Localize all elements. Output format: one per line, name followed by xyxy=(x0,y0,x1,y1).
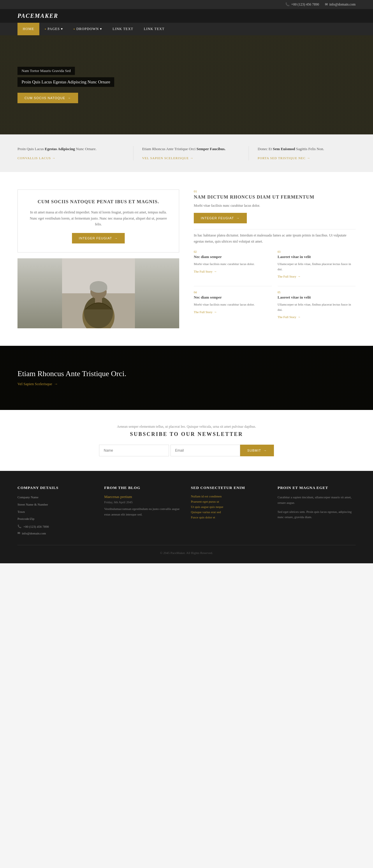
feature-link-2[interactable]: VEL SAPIEN SCELERISQUE → xyxy=(142,156,194,160)
site-logo[interactable]: PaceMaker xyxy=(18,12,58,19)
mini-features-grid: 02 Nec diam semper Morbi vitae facilisis… xyxy=(194,250,355,319)
footer-link-5[interactable]: Fusce quis dolor et xyxy=(191,516,269,519)
newsletter-name-input[interactable] xyxy=(99,445,169,456)
feature-item-3: Donec Et Sem Euismod Sagittis Felis Non.… xyxy=(248,146,355,160)
footer-postcode: Postcode/Zip xyxy=(18,516,96,522)
mini-feature-03: 03 Laoreet vitae in velit Ullamcorper ut… xyxy=(278,250,356,279)
feature-item-1: Proin Quis Lacus Egestas Adipiscing Nunc… xyxy=(18,146,125,160)
email-info: ✉ info@domain.com xyxy=(325,2,355,7)
parallax-title: Etiam Rhoncus Ante Tristique Orci. xyxy=(18,369,126,378)
email-icon: ✉ xyxy=(325,2,328,7)
footer-address-line1: Street Name & Number xyxy=(18,502,96,507)
hero-content: Nam Tortor Mauris Gravida Sed Proin Quis… xyxy=(18,67,163,103)
arrow-icon: → xyxy=(114,237,118,240)
footer-bottom: © 2045 PaceMaker. All Rights Reserved. xyxy=(18,545,355,555)
feature-heading-01: NAM DICTUM RHONCUS DIAM UT FERMENTUM xyxy=(194,194,355,200)
newsletter-email-input[interactable] xyxy=(170,445,240,456)
chevron-down-icon: ▾ xyxy=(61,27,63,31)
features-strip: Proin Quis Lacus Egestas Adipiscing Nunc… xyxy=(0,134,373,172)
svg-rect-6 xyxy=(90,286,107,290)
feature-link-3[interactable]: PORTA SED TRISTIQUE NEC → xyxy=(258,156,310,160)
arrow-icon: → xyxy=(54,382,58,386)
feature-body-text: In hac habitasse platea dictumst. Interd… xyxy=(194,229,355,244)
feature-text-2: Etiam Rhoncus Ante Tristique Orci Semper… xyxy=(142,146,240,152)
arrow-icon: → xyxy=(52,156,56,160)
feature-item-2: Etiam Rhoncus Ante Tristique Orci Semper… xyxy=(133,146,240,160)
site-footer: Company Details Company Name Street Name… xyxy=(0,471,373,563)
arrow-icon: → xyxy=(307,156,310,160)
parallax-section: Etiam Rhoncus Ante Tristique Orci. Vel S… xyxy=(0,346,373,410)
feature-number-01: 01 xyxy=(194,189,355,193)
mini-feature-02: 02 Nec diam semper Morbi vitae facilisis… xyxy=(194,250,272,279)
arrow-icon: → xyxy=(298,275,301,278)
parallax-link[interactable]: Vel Sapien Scelerisque → xyxy=(18,382,58,386)
footer-about-text1: Curabitur a sapien tincidunt, ullamcorpe… xyxy=(278,495,356,505)
footer-col-about: Proin Et Magna Eget Curabitur a sapien t… xyxy=(278,486,356,536)
nav-container: HOME ● PAGES ▾ ● DROPDOWN ▾ LINK TEXT LI… xyxy=(0,23,373,35)
blog-post-date: Friday, 6th April 2045 xyxy=(104,500,182,504)
footer-title-blog: From The Blog xyxy=(104,486,182,490)
footer-link-2[interactable]: Praesent eget purus ut xyxy=(191,500,269,503)
nav-item-dropdown[interactable]: ● DROPDOWN ▾ xyxy=(68,23,107,35)
feature-text-1: Proin Quis Lacus Egestas Adipiscing Nunc… xyxy=(18,146,125,152)
hero-section: Nam Tortor Mauris Gravida Sed Proin Quis… xyxy=(0,35,373,134)
blog-post-title[interactable]: Maecenas pretium xyxy=(104,495,182,499)
mini-link-05[interactable]: The Full Story → xyxy=(278,315,301,319)
mini-link-02[interactable]: The Full Story → xyxy=(194,270,217,273)
nav-item-home[interactable]: HOME xyxy=(18,23,39,35)
footer-link-3[interactable]: Ut quis augue quis neque xyxy=(191,505,269,508)
feature-main-button[interactable]: INTEGER FEUGIAT → xyxy=(194,213,247,223)
arrow-icon: → xyxy=(68,96,71,100)
content-box-text: In sit amet massa at elit eleifend imper… xyxy=(27,209,170,227)
footer-link-1[interactable]: Nullam id est condimen xyxy=(191,495,269,498)
feature-desc-01: Morbi vitae facilisis nunc curabitur lac… xyxy=(194,203,355,209)
left-column: CUM SOCIIS NATOQUE PENAT IBUS ET MAGNIS.… xyxy=(18,189,179,329)
blog-post-excerpt: Vestibulumaccumsan egestibulum eu justo … xyxy=(104,506,182,517)
footer-phone: 📞 +00 (123) 456 7890 xyxy=(18,525,96,528)
content-box-button[interactable]: INTEGER FEUGIAT → xyxy=(72,233,125,244)
main-content-section: CUM SOCIIS NATOQUE PENAT IBUS ET MAGNIS.… xyxy=(0,172,373,346)
nav-item-link2[interactable]: LINK TEXT xyxy=(138,23,170,35)
dot-icon: ● xyxy=(73,28,75,30)
footer-link-4[interactable]: Quisque varius erat sed xyxy=(191,510,269,514)
footer-col-links: Sed Consectetur Enim Nullam id est condi… xyxy=(191,486,269,536)
arrow-icon: → xyxy=(298,315,301,319)
footer-title-links: Sed Consectetur Enim xyxy=(191,486,269,490)
arrow-icon: → xyxy=(264,449,267,452)
nav-item-pages[interactable]: ● PAGES ▾ xyxy=(39,23,68,35)
newsletter-subtitle: Aenean semper elementum tellus, ut place… xyxy=(18,425,355,429)
footer-company-name: Company Name xyxy=(18,495,96,500)
contact-info: 📞 +00 (123) 456 7890 ✉ info@domain.com xyxy=(285,2,355,7)
footer-grid: Company Details Company Name Street Name… xyxy=(18,486,355,536)
chevron-down-icon: ▾ xyxy=(100,27,102,31)
footer-town: Town xyxy=(18,509,96,515)
parallax-content: Etiam Rhoncus Ante Tristique Orci. Vel S… xyxy=(18,369,126,386)
newsletter-title: SUBSCRIBE TO OUR NEWSLETTER xyxy=(18,431,355,437)
footer-col-company: Company Details Company Name Street Name… xyxy=(18,486,96,536)
email-icon: ✉ xyxy=(18,531,20,535)
newsletter-section: Aenean semper elementum tellus, ut place… xyxy=(0,410,373,471)
dot-icon: ● xyxy=(44,28,46,30)
nav-item-link1[interactable]: LINK TEXT xyxy=(107,23,138,35)
arrow-icon: → xyxy=(190,156,194,160)
right-column: 01 NAM DICTUM RHONCUS DIAM UT FERMENTUM … xyxy=(194,189,355,329)
footer-email: ✉ info@domain.com xyxy=(18,531,96,535)
arrow-icon: → xyxy=(236,216,240,220)
newsletter-form: SUBMIT → xyxy=(99,445,274,456)
feature-text-3: Donec Et Sem Euismod Sagittis Felis Non. xyxy=(258,146,355,152)
newsletter-submit-button[interactable]: SUBMIT → xyxy=(240,445,274,456)
main-header: PaceMaker xyxy=(0,9,373,23)
top-bar: 📞 +00 (123) 456 7890 ✉ info@domain.com xyxy=(0,0,373,9)
phone-info: 📞 +00 (123) 456 7890 xyxy=(285,2,319,7)
mini-link-04[interactable]: The Full Story → xyxy=(194,310,217,314)
mini-feature-04: 04 Nec diam semper Morbi vitae facilisis… xyxy=(194,286,272,319)
mini-link-03[interactable]: The Full Story → xyxy=(278,275,301,278)
person-image xyxy=(18,258,179,328)
footer-title-company: Company Details xyxy=(18,486,96,490)
footer-title-about: Proin Et Magna Eget xyxy=(278,486,356,490)
footer-col-blog: From The Blog Maecenas pretium Friday, 6… xyxy=(104,486,182,536)
hero-cta-button[interactable]: CUM SOCIIS NATOQUE → xyxy=(18,93,78,103)
hero-title: Proin Quis Lacus Egestas Adipiscing Nunc… xyxy=(18,77,114,87)
feature-link-1[interactable]: CONVALLIS LACUS → xyxy=(18,156,56,160)
phone-icon: 📞 xyxy=(285,2,290,7)
